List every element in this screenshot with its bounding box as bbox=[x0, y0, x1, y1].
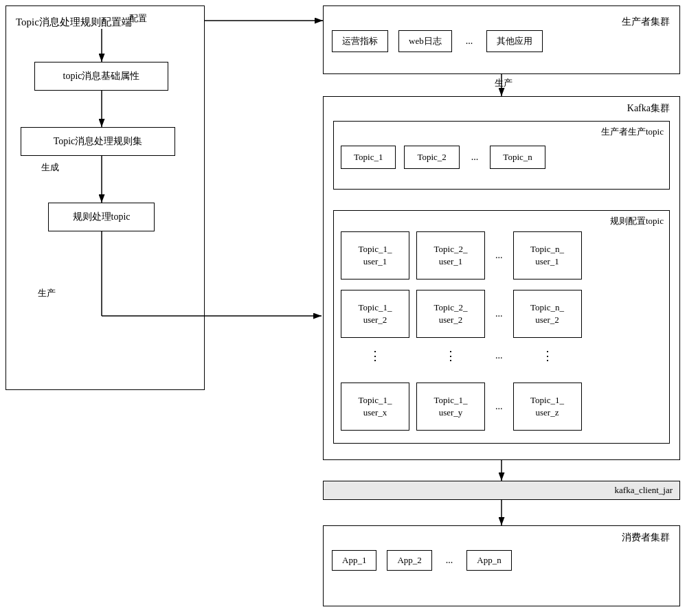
topic-user-n-2: Topic_n_user_2 bbox=[513, 290, 582, 338]
rule-topic-inner-label: 规则配置topic bbox=[610, 215, 664, 227]
topic-user-2-2: Topic_2_user_2 bbox=[416, 290, 485, 338]
consumer-items: App_1 App_2 ... App_n bbox=[332, 550, 668, 571]
producer-topic-inner-label: 生产者生产topic bbox=[601, 126, 664, 138]
topic-user-1-z: Topic_1_user_z bbox=[513, 383, 582, 431]
producer-cluster-label: 生产者集群 bbox=[622, 16, 670, 28]
box-topic-basic: topic消息基础属性 bbox=[34, 62, 168, 91]
row4-ellipsis: ... bbox=[492, 401, 506, 412]
topic-user-1-1: Topic_1_user_1 bbox=[341, 231, 409, 280]
produce-label-right: 生产 bbox=[495, 77, 513, 89]
consumer-item-0: App_1 bbox=[332, 550, 376, 571]
consumer-item-3: App_n bbox=[466, 550, 511, 571]
producer-cluster: 生产者集群 运营指标 web日志 ... 其他应用 bbox=[323, 5, 680, 74]
vdots-1: ⋮ bbox=[341, 348, 409, 363]
topic-user-1-y: Topic_1_user_y bbox=[416, 383, 485, 431]
producer-ellipsis: ... bbox=[462, 36, 477, 47]
topic-box-1: Topic_2 bbox=[404, 146, 459, 169]
vdots-3: ⋮ bbox=[513, 348, 582, 363]
consumer-ellipsis: ... bbox=[442, 555, 457, 566]
producer-topic-inner: 生产者生产topic Topic_1 Topic_2 ... Topic_n bbox=[333, 121, 670, 190]
producer-item-1: web日志 bbox=[398, 30, 452, 52]
consumer-cluster: 消费者集群 App_1 App_2 ... App_n bbox=[323, 525, 680, 606]
topic-user-1-x: Topic_1_user_x bbox=[341, 383, 409, 431]
vdots-2: ⋮ bbox=[416, 348, 485, 363]
kafka-cluster: Kafka集群 生产者生产topic Topic_1 Topic_2 ... T… bbox=[323, 96, 680, 460]
box-topic-rules: Topic消息处理规则集 bbox=[21, 127, 175, 156]
topic-ellipsis: ... bbox=[468, 152, 482, 163]
config-label: 配置 bbox=[129, 12, 147, 25]
kafka-client-bar: kafka_client_jar bbox=[323, 481, 680, 500]
left-panel-title: Topic消息处理规则配置端 bbox=[16, 16, 132, 29]
generate-label: 生成 bbox=[41, 161, 59, 174]
box-rule-topic: 规则处理topic bbox=[48, 203, 155, 231]
topic-row: Topic_1 Topic_2 ... Topic_n bbox=[341, 146, 664, 169]
topic-box-0: Topic_1 bbox=[341, 146, 396, 169]
producer-items: 运营指标 web日志 ... 其他应用 bbox=[332, 30, 668, 52]
producer-item-3: 其他应用 bbox=[486, 30, 543, 52]
producer-item-0: 运营指标 bbox=[332, 30, 388, 52]
row3-ellipsis: ... bbox=[492, 350, 506, 361]
topic-user-2-1: Topic_2_user_1 bbox=[416, 231, 485, 280]
consumer-item-1: App_2 bbox=[387, 550, 431, 571]
diagram-container: Topic消息处理规则配置端 配置 topic消息基础属性 Topic消息处理规… bbox=[0, 0, 687, 616]
row1-ellipsis: ... bbox=[492, 250, 506, 261]
consumer-cluster-label: 消费者集群 bbox=[622, 532, 670, 544]
rule-topic-inner: 规则配置topic Topic_1_user_1 Topic_2_user_1 … bbox=[333, 210, 670, 444]
topic-user-n-1: Topic_n_user_1 bbox=[513, 231, 582, 280]
kafka-cluster-label: Kafka集群 bbox=[627, 102, 670, 115]
topic-box-3: Topic_n bbox=[490, 146, 545, 169]
produce-label-left: 生产 bbox=[38, 287, 56, 299]
row2-ellipsis: ... bbox=[492, 308, 506, 319]
topic-user-1-2: Topic_1_user_2 bbox=[341, 290, 409, 338]
